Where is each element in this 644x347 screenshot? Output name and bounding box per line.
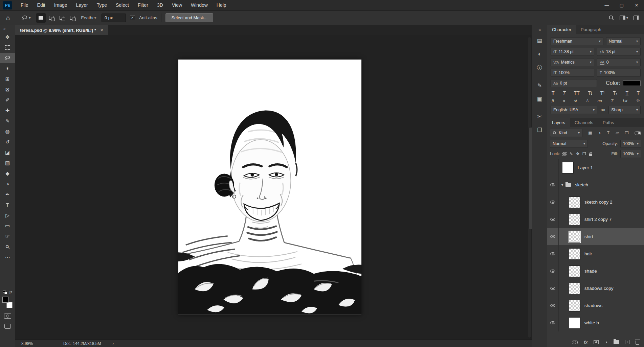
- layer-row-white-b[interactable]: white b: [547, 314, 644, 331]
- kerning-field[interactable]: V⁄A Metrics ▾: [551, 58, 594, 66]
- dodge-tool[interactable]: ◑: [0, 179, 15, 189]
- layer-row-shade[interactable]: shade: [547, 262, 644, 280]
- visibility-well[interactable]: [547, 262, 559, 280]
- font-family-select[interactable]: Freshman ▾: [551, 37, 603, 45]
- antialias-method-select[interactable]: Sharp ▾: [608, 106, 641, 114]
- layer-name[interactable]: shirt: [584, 234, 593, 239]
- status-menu-arrow[interactable]: ›: [112, 341, 114, 346]
- gradient-tool[interactable]: ▧: [0, 158, 15, 168]
- screen-mode-button[interactable]: [4, 324, 11, 329]
- menu-image[interactable]: Image: [50, 0, 72, 10]
- swash-icon[interactable]: A: [586, 98, 589, 103]
- canvas-pasteboard[interactable]: [15, 35, 532, 340]
- current-tool-preset[interactable]: ▾: [20, 15, 32, 21]
- layer-name[interactable]: shirt 2 copy 7: [584, 217, 612, 222]
- filter-shape-layers-icon[interactable]: ▱: [616, 131, 619, 135]
- layer-thumbnail[interactable]: [562, 162, 574, 174]
- fractions-icon[interactable]: ½: [636, 98, 640, 103]
- menu-select[interactable]: Select: [111, 0, 133, 10]
- lock-all-icon[interactable]: [589, 154, 592, 156]
- frame-tool[interactable]: ⊠: [0, 84, 15, 95]
- feather-input[interactable]: 0 px: [102, 14, 126, 22]
- stylistic-alternates-icon[interactable]: aa: [598, 98, 602, 103]
- menu-edit[interactable]: Edit: [33, 0, 50, 10]
- visibility-well[interactable]: [547, 314, 559, 331]
- visibility-well[interactable]: [547, 280, 559, 297]
- leading-field[interactable]: ↕A 18 pt ▾: [597, 48, 641, 56]
- layer-name[interactable]: sketch copy 2: [584, 200, 613, 205]
- layer-thumbnail[interactable]: [569, 196, 580, 208]
- visibility-well[interactable]: [547, 245, 559, 262]
- visibility-well[interactable]: [547, 228, 559, 245]
- tab-paragraph[interactable]: Paragraph: [576, 25, 606, 34]
- menu-window[interactable]: Window: [186, 0, 212, 10]
- arrange-documents-control[interactable]: ▾: [620, 16, 628, 20]
- font-style-select[interactable]: Normal ▾: [606, 37, 641, 45]
- new-selection-button[interactable]: [36, 13, 46, 23]
- add-layer-mask-icon[interactable]: [594, 340, 599, 344]
- all-caps-icon[interactable]: TT: [574, 90, 580, 96]
- rectangle-tool[interactable]: ▭: [0, 221, 15, 231]
- text-color-swatch[interactable]: [623, 80, 641, 86]
- lock-transparency-icon[interactable]: [562, 152, 567, 156]
- swap-colors-icon[interactable]: ⇄: [9, 290, 12, 295]
- new-layer-icon[interactable]: [625, 340, 629, 344]
- scrollbar-thumb[interactable]: [528, 127, 532, 229]
- path-selection-tool[interactable]: ▷: [0, 210, 15, 221]
- crop-tool[interactable]: ⊞: [0, 74, 15, 84]
- menu-view[interactable]: View: [168, 0, 186, 10]
- blur-tool[interactable]: ◆: [0, 168, 15, 179]
- quick-selection-tool[interactable]: ✶: [0, 63, 15, 74]
- menu-filter[interactable]: Filter: [133, 0, 153, 10]
- visibility-well[interactable]: [547, 159, 559, 176]
- visibility-well[interactable]: [547, 176, 559, 193]
- lock-artboard-icon[interactable]: ❒: [582, 152, 586, 156]
- tab-layers[interactable]: Layers: [547, 118, 570, 127]
- tracking-field[interactable]: VA 0 ▾: [597, 58, 641, 66]
- layer-name[interactable]: shade: [584, 269, 597, 274]
- ordinals-icon[interactable]: σ: [563, 98, 565, 103]
- font-size-field[interactable]: tT 11.38 pt ▾: [551, 48, 594, 56]
- layer-row-shadows[interactable]: shadows: [547, 297, 644, 314]
- blend-mode-select[interactable]: Normal ▾: [550, 140, 588, 148]
- adjustments-panel-icon[interactable]: ◐: [532, 50, 547, 59]
- faux-bold-icon[interactable]: T: [552, 90, 555, 96]
- eyedropper-tool[interactable]: ✐: [0, 95, 15, 105]
- add-to-selection-button[interactable]: [47, 13, 56, 23]
- fill-field[interactable]: 100% ▾: [620, 150, 641, 158]
- eraser-tool[interactable]: ◪: [0, 147, 15, 158]
- layer-thumbnail[interactable]: [569, 283, 580, 294]
- background-color-swatch[interactable]: [6, 302, 13, 308]
- layer-row-layer-1[interactable]: Layer 1: [547, 159, 644, 176]
- clone-source-panel-icon[interactable]: ▣: [532, 94, 547, 103]
- quick-mask-button[interactable]: [4, 314, 11, 319]
- faux-italic-icon[interactable]: T: [563, 90, 566, 96]
- minimize-icon[interactable]: —: [599, 0, 614, 10]
- layer-thumbnail[interactable]: [569, 300, 580, 311]
- layer-thumbnail[interactable]: [569, 231, 580, 242]
- layer-name[interactable]: Layer 1: [578, 165, 593, 170]
- document-tab[interactable]: teresa.psd @ 8.98% (shirt, RGB/8#) * ✕: [15, 25, 108, 35]
- filter-toggle-switch[interactable]: [635, 131, 641, 135]
- libraries-panel-icon[interactable]: ❒: [532, 125, 547, 134]
- baseline-shift-field[interactable]: Aa 0 pt: [551, 79, 597, 87]
- healing-brush-tool[interactable]: ✚: [0, 105, 15, 116]
- visibility-well[interactable]: [547, 297, 559, 314]
- zoom-tool[interactable]: ⚲: [0, 241, 15, 252]
- menu-help[interactable]: Help: [212, 0, 231, 10]
- menu-3d[interactable]: 3D: [153, 0, 168, 10]
- layer-row-shirt[interactable]: shirt: [547, 228, 644, 245]
- tab-paths[interactable]: Paths: [598, 118, 619, 127]
- lock-position-icon[interactable]: ✥: [576, 152, 579, 156]
- document-canvas[interactable]: [178, 60, 361, 315]
- filter-smart-objects-icon[interactable]: ❒: [625, 131, 629, 135]
- close-icon[interactable]: ✕: [629, 0, 644, 10]
- ordinal-number-icon[interactable]: 1st: [622, 98, 627, 103]
- layer-name[interactable]: hair: [584, 251, 592, 256]
- expand-toolbar-icon[interactable]: »: [0, 25, 6, 32]
- home-icon[interactable]: ⌂: [4, 14, 12, 22]
- close-tab-icon[interactable]: ✕: [100, 28, 103, 32]
- info-panel-icon[interactable]: ⓘ: [532, 63, 547, 72]
- swatches-panel-icon[interactable]: ▤: [532, 36, 547, 45]
- move-tool[interactable]: ✥: [0, 32, 15, 42]
